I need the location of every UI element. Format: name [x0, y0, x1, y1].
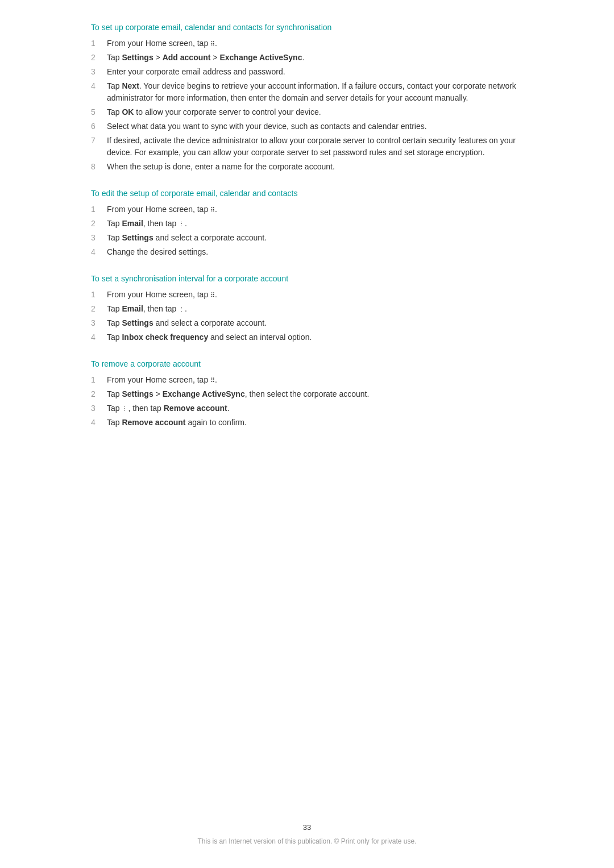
step-number: 8 [91, 161, 107, 173]
step-content: Tap Next. Your device begins to retrieve… [107, 80, 523, 104]
step-item: 3Tap ⋮, then tap Remove account. [91, 402, 523, 414]
step-content: Tap Email, then tap ⋮. [107, 218, 523, 230]
step-item: 4Tap Remove account again to confirm. [91, 417, 523, 429]
step-item: 3Tap Settings and select a corporate acc… [91, 232, 523, 244]
step-list-remove-corporate: 1From your Home screen, tap ⠿.2Tap Setti… [91, 374, 523, 429]
section-heading-edit-corporate: To edit the setup of corporate email, ca… [91, 189, 523, 198]
section-heading-sync-interval: To set a synchronisation interval for a … [91, 274, 523, 283]
step-content: Tap Settings > Add account > Exchange Ac… [107, 52, 523, 64]
step-content: Tap Email, then tap ⋮. [107, 303, 523, 315]
step-number: 2 [91, 218, 107, 230]
sections-container: To set up corporate email, calendar and … [91, 23, 523, 429]
step-number: 4 [91, 80, 107, 104]
step-item: 1From your Home screen, tap ⠿. [91, 289, 523, 301]
step-list-edit-corporate: 1From your Home screen, tap ⠿.2Tap Email… [91, 203, 523, 258]
step-content: From your Home screen, tap ⠿. [107, 289, 523, 301]
step-list-setup-corporate: 1From your Home screen, tap ⠿.2Tap Setti… [91, 38, 523, 173]
step-number: 5 [91, 106, 107, 118]
step-number: 4 [91, 246, 107, 258]
step-item: 1From your Home screen, tap ⠿. [91, 38, 523, 49]
step-content: Change the desired settings. [107, 246, 523, 258]
section-setup-corporate: To set up corporate email, calendar and … [91, 23, 523, 173]
page-footer: 33 This is an Internet version of this p… [0, 823, 614, 845]
step-number: 2 [91, 388, 107, 400]
step-number: 1 [91, 374, 107, 386]
section-edit-corporate: To edit the setup of corporate email, ca… [91, 189, 523, 258]
step-number: 2 [91, 303, 107, 315]
step-number: 1 [91, 289, 107, 301]
step-item: 2Tap Settings > Exchange ActiveSync, the… [91, 388, 523, 400]
step-item: 4Change the desired settings. [91, 246, 523, 258]
step-item: 8When the setup is done, enter a name fo… [91, 161, 523, 173]
page-container: To set up corporate email, calendar and … [0, 0, 614, 868]
page-number: 33 [0, 823, 614, 832]
step-item: 6Select what data you want to sync with … [91, 121, 523, 132]
step-number: 1 [91, 203, 107, 215]
step-item: 1From your Home screen, tap ⠿. [91, 203, 523, 215]
step-content: From your Home screen, tap ⠿. [107, 203, 523, 215]
section-sync-interval: To set a synchronisation interval for a … [91, 274, 523, 343]
step-item: 2Tap Email, then tap ⋮. [91, 218, 523, 230]
step-item: 7If desired, activate the device adminis… [91, 135, 523, 159]
step-content: From your Home screen, tap ⠿. [107, 38, 523, 49]
step-number: 3 [91, 232, 107, 244]
step-number: 3 [91, 66, 107, 78]
section-heading-setup-corporate: To set up corporate email, calendar and … [91, 23, 523, 32]
section-remove-corporate: To remove a corporate account1From your … [91, 359, 523, 429]
step-item: 4Tap Inbox check frequency and select an… [91, 331, 523, 343]
step-content: Enter your corporate email address and p… [107, 66, 523, 78]
step-number: 4 [91, 331, 107, 343]
step-item: 5Tap OK to allow your corporate server t… [91, 106, 523, 118]
step-item: 3Tap Settings and select a corporate acc… [91, 317, 523, 329]
step-content: Tap ⋮, then tap Remove account. [107, 402, 523, 414]
step-number: 6 [91, 121, 107, 132]
step-content: Tap Remove account again to confirm. [107, 417, 523, 429]
step-number: 3 [91, 402, 107, 414]
step-number: 4 [91, 417, 107, 429]
step-content: From your Home screen, tap ⠿. [107, 374, 523, 386]
step-content: Tap Inbox check frequency and select an … [107, 331, 523, 343]
step-content: Tap Settings and select a corporate acco… [107, 317, 523, 329]
step-content: Select what data you want to sync with y… [107, 121, 523, 132]
step-content: If desired, activate the device administ… [107, 135, 523, 159]
step-item: 3Enter your corporate email address and … [91, 66, 523, 78]
footer-note: This is an Internet version of this publ… [197, 837, 416, 845]
step-number: 2 [91, 52, 107, 64]
step-item: 2Tap Email, then tap ⋮. [91, 303, 523, 315]
step-list-sync-interval: 1From your Home screen, tap ⠿.2Tap Email… [91, 289, 523, 343]
step-item: 1From your Home screen, tap ⠿. [91, 374, 523, 386]
step-content: Tap Settings > Exchange ActiveSync, then… [107, 388, 523, 400]
step-content: Tap Settings and select a corporate acco… [107, 232, 523, 244]
section-heading-remove-corporate: To remove a corporate account [91, 359, 523, 368]
step-content: Tap OK to allow your corporate server to… [107, 106, 523, 118]
step-item: 4Tap Next. Your device begins to retriev… [91, 80, 523, 104]
step-content: When the setup is done, enter a name for… [107, 161, 523, 173]
step-number: 1 [91, 38, 107, 49]
step-number: 3 [91, 317, 107, 329]
step-number: 7 [91, 135, 107, 159]
step-item: 2Tap Settings > Add account > Exchange A… [91, 52, 523, 64]
